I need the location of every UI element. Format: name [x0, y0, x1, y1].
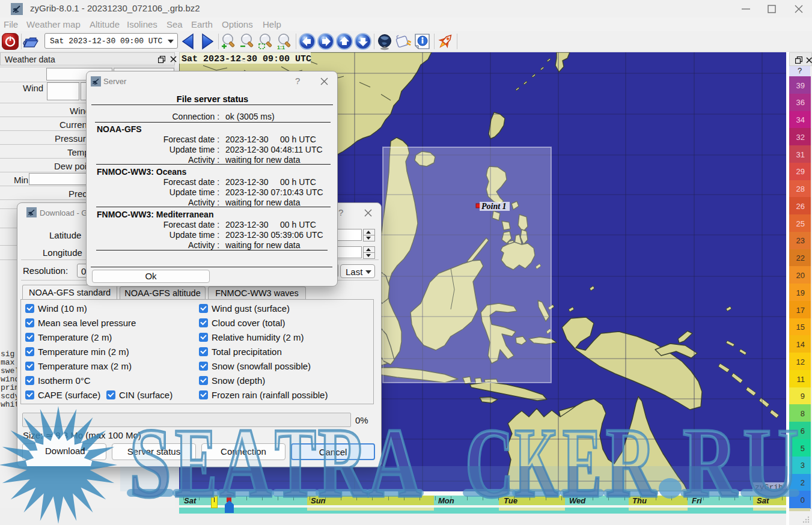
- svg-text:zyGrib: zyGrib: [755, 483, 783, 491]
- svg-text:Point 1: Point 1: [481, 202, 507, 211]
- svg-text:1:1: 1:1: [277, 44, 285, 50]
- svg-text:Sat 2023-12-30 09:00 UTC: Sat 2023-12-30 09:00 UTC: [182, 54, 311, 64]
